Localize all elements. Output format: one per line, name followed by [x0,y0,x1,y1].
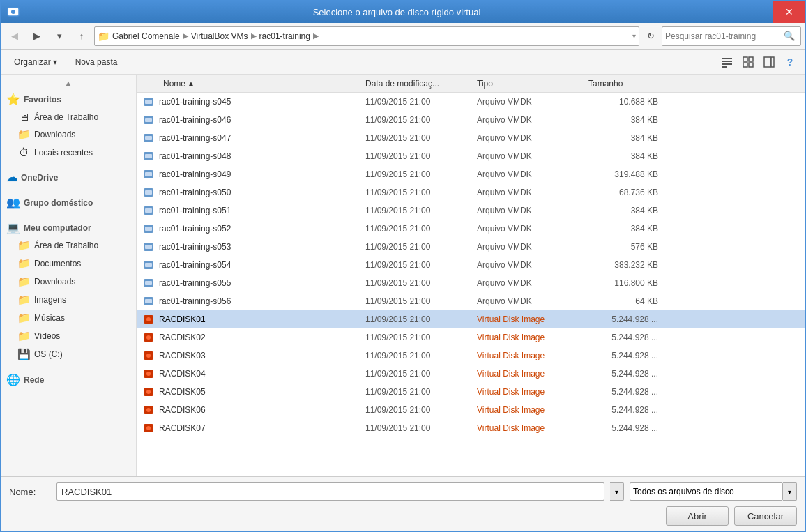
sidebar-scroll-up[interactable]: ▲ [1,77,136,89]
name-label: Nome: [9,487,51,497]
sidebar-item-downloads[interactable]: 📁 Downloads [1,126,136,144]
file-icon [142,96,155,108]
computador-icon: 💻 [6,221,20,234]
sidebar-item-documentos[interactable]: 📁 Documentos [1,254,136,273]
forward-button[interactable]: ▶ [27,26,47,46]
table-row[interactable]: rac01-training-s054 11/09/2015 21:00 Arq… [137,256,805,274]
sidebar-item-videos[interactable]: 📁 Vídeos [1,327,136,345]
file-date-cell: 11/09/2015 21:00 [365,369,477,379]
file-date-cell: 11/09/2015 21:00 [365,115,477,125]
file-date-cell: 11/09/2015 21:00 [365,351,477,360]
open-button[interactable]: Abrir [666,506,729,526]
table-row[interactable]: rac01-training-s053 11/09/2015 21:00 Arq… [137,238,805,256]
col-header-size[interactable]: Tamanho [588,79,665,89]
refresh-button[interactable]: ↻ [642,28,659,45]
filename-input[interactable] [56,482,604,501]
address-bar[interactable]: 📁 Gabriel Comenale ▶ VirtualBox VMs ▶ ra… [94,26,639,46]
file-size-cell: 5.244.928 ... [588,369,665,379]
sidebar-item-meu-area[interactable]: 📁 Área de Trabalho [1,236,136,254]
table-row[interactable]: RACDISK07 11/09/2015 21:00 Virtual Disk … [137,419,805,437]
col-date-label: Data de modificaç... [365,79,439,89]
documentos-icon: 📁 [17,257,30,270]
locais-recentes-icon: ⏱ [17,146,30,158]
new-folder-button[interactable]: Nova pasta [68,52,126,72]
table-row[interactable]: rac01-training-s048 11/09/2015 21:00 Arq… [137,147,805,165]
table-row[interactable]: rac01-training-s055 11/09/2015 21:00 Arq… [137,274,805,292]
table-row[interactable]: rac01-training-s049 11/09/2015 21:00 Arq… [137,165,805,183]
file-type-cell: Arquivo VMDK [477,188,588,197]
file-size-cell: 5.244.928 ... [588,314,665,324]
sidebar-item-imagens[interactable]: 📁 Imagens [1,291,136,309]
help-button[interactable]: ? [780,52,800,72]
table-row[interactable]: rac01-training-s051 11/09/2015 21:00 Arq… [137,202,805,220]
file-type-cell: Virtual Disk Image [477,333,588,342]
table-row[interactable]: rac01-training-s045 11/09/2015 21:00 Arq… [137,93,805,111]
sidebar-item-area-trabalho[interactable]: 🖥 Área de Trabalho [1,108,136,126]
file-name-cell: rac01-training-s048 [142,150,365,162]
cancel-button[interactable]: Cancelar [734,506,797,526]
view-tiles-button[interactable] [738,52,758,72]
search-icon[interactable]: 🔍 [784,31,795,41]
file-name-cell: rac01-training-s054 [142,259,365,271]
back-button[interactable]: ◀ [5,26,24,46]
file-date-cell: 11/09/2015 21:00 [365,133,477,143]
file-size-cell: 68.736 KB [588,188,665,197]
file-name-text: rac01-training-s048 [159,151,231,161]
organize-button[interactable]: Organizar ▾ [6,52,65,72]
file-size-cell: 384 KB [588,224,665,234]
table-row[interactable]: RACDISK04 11/09/2015 21:00 Virtual Disk … [137,365,805,383]
favoritos-label: Favoritos [24,95,61,105]
file-name-cell: rac01-training-s049 [142,168,365,181]
address-expand-icon[interactable]: ▾ [632,32,636,40]
file-name-text: rac01-training-s051 [159,206,231,215]
file-icon [142,277,155,289]
col-header-type[interactable]: Tipo [477,79,588,89]
svg-rect-9 [749,63,753,67]
col-header-name[interactable]: Nome ▲ [142,79,365,89]
bottom-bar: Nome: ▾ Todos os arquivos de disco Virtu… [1,476,805,531]
file-size-cell: 576 KB [588,242,665,252]
sidebar-item-locais-recentes[interactable]: ⏱ Locais recentes [1,144,136,161]
meu-area-icon: 📁 [17,239,30,252]
filename-dropdown-button[interactable]: ▾ [610,482,624,501]
file-size-cell: 10.688 KB [588,97,665,107]
table-row[interactable]: RACDISK03 11/09/2015 21:00 Virtual Disk … [137,347,805,365]
table-row[interactable]: rac01-training-s050 11/09/2015 21:00 Arq… [137,183,805,202]
file-type-cell: Arquivo VMDK [477,242,588,252]
file-type-cell: Arquivo VMDK [477,151,588,161]
table-row[interactable]: RACDISK01 11/09/2015 21:00 Virtual Disk … [137,310,805,328]
table-row[interactable]: rac01-training-s046 11/09/2015 21:00 Arq… [137,111,805,129]
svg-rect-2 [722,58,732,59]
table-row[interactable]: rac01-training-s052 11/09/2015 21:00 Arq… [137,220,805,238]
col-header-date[interactable]: Data de modificaç... [365,79,477,89]
file-date-cell: 11/09/2015 21:00 [365,405,477,415]
file-icon [142,186,155,199]
preview-pane-button[interactable] [759,52,779,72]
file-name-cell: rac01-training-s051 [142,204,365,217]
table-row[interactable]: RACDISK06 11/09/2015 21:00 Virtual Disk … [137,401,805,419]
imagens-label: Imagens [34,295,66,305]
svg-rect-11 [771,57,774,67]
sidebar-item-meu-downloads[interactable]: 📁 Downloads [1,273,136,291]
sidebar-item-osc[interactable]: 💾 OS (C:) [1,345,136,363]
view-details-button[interactable] [717,52,737,72]
file-name-cell: rac01-training-s045 [142,96,365,108]
table-row[interactable]: RACDISK02 11/09/2015 21:00 Virtual Disk … [137,328,805,347]
close-button[interactable]: ✕ [773,1,805,23]
filetype-dropdown-button[interactable]: ▾ [783,482,797,501]
up-button[interactable]: ↑ [72,26,91,46]
sidebar-item-musicas[interactable]: 📁 Músicas [1,309,136,327]
table-row[interactable]: RACDISK05 11/09/2015 21:00 Virtual Disk … [137,383,805,401]
address-sep-2: ▶ [251,31,257,40]
search-input[interactable] [665,31,784,41]
nav-dropdown-button[interactable]: ▾ [50,26,69,46]
osc-icon: 💾 [17,348,30,360]
table-row[interactable]: rac01-training-s056 11/09/2015 21:00 Arq… [137,292,805,310]
filetype-select[interactable]: Todos os arquivos de disco Virtual Disk … [630,482,783,501]
file-type-cell: Virtual Disk Image [477,351,588,360]
file-size-cell: 384 KB [588,115,665,125]
search-bar[interactable]: 🔍 [662,26,801,46]
svg-point-43 [146,372,151,376]
svg-point-49 [146,426,151,430]
table-row[interactable]: rac01-training-s047 11/09/2015 21:00 Arq… [137,129,805,147]
